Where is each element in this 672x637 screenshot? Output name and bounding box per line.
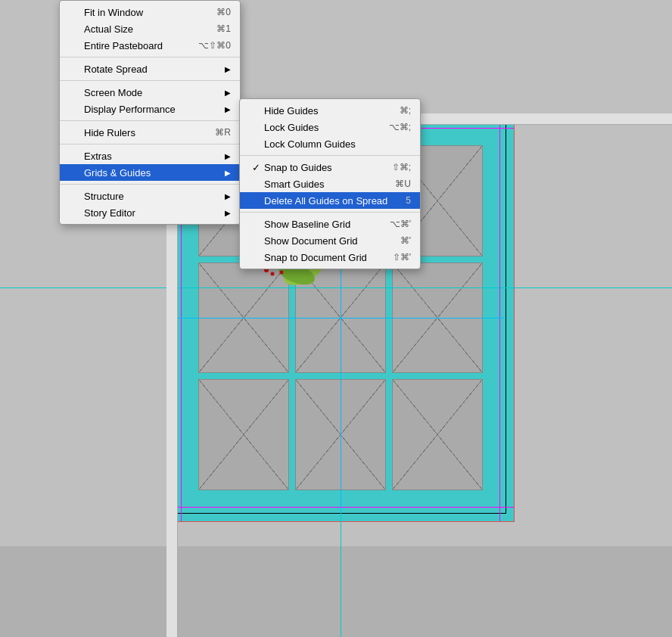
submenu-item-delete-all-guides[interactable]: Delete All Guides on Spread 5 (240, 192, 420, 209)
submenu-item-show-baseline-grid[interactable]: Show Baseline Grid ⌥⌘' (240, 216, 420, 232)
svg-point-13 (280, 271, 284, 275)
submenu-arrow-extras: ▶ (225, 152, 231, 160)
menu-item-hide-rulers[interactable]: Hide Rulers ⌘R (60, 124, 240, 141)
menu-item-display-performance[interactable]: Display Performance ▶ (60, 101, 240, 117)
submenu-separator-2 (240, 212, 420, 213)
grid-cell-7 (198, 379, 289, 490)
submenu-arrow-structure: ▶ (225, 192, 231, 200)
submenu-arrow-display-perf: ▶ (225, 105, 231, 113)
submenu-item-hide-guides[interactable]: Hide Guides ⌘; (240, 102, 420, 119)
submenu-arrow-grids: ▶ (225, 169, 231, 177)
menu-item-extras[interactable]: Extras ▶ (60, 148, 240, 164)
menu-item-fit-window[interactable]: Fit in Window ⌘0 (60, 4, 240, 20)
submenu-item-lock-column-guides[interactable]: Lock Column Guides (240, 135, 420, 152)
submenu-arrow-screen-mode: ▶ (225, 89, 231, 97)
menu-item-grids-guides[interactable]: Grids & Guides ▶ (60, 164, 240, 181)
submenu-item-snap-to-document-grid[interactable]: Snap to Document Grid ⇧⌘' (240, 249, 420, 266)
menu-item-story-editor[interactable]: Story Editor ▶ (60, 204, 240, 221)
main-menu-panel: Fit in Window ⌘0 Actual Size ⌘1 Entire P… (59, 0, 241, 225)
separator-1 (60, 57, 240, 57)
svg-point-11 (271, 272, 275, 276)
separator-3 (60, 120, 240, 121)
bottom-panel (0, 546, 672, 637)
separator-2 (60, 80, 240, 81)
submenu-separator-1 (240, 155, 420, 156)
menu-item-actual-size[interactable]: Actual Size ⌘1 (60, 20, 240, 37)
submenu-item-snap-to-guides[interactable]: ✓ Snap to Guides ⇧⌘; (240, 159, 420, 176)
grid-cell-9 (392, 379, 483, 490)
menu-item-screen-mode[interactable]: Screen Mode ▶ (60, 84, 240, 101)
submenu-item-lock-guides[interactable]: Lock Guides ⌥⌘; (240, 119, 420, 135)
view-menu: Fit in Window ⌘0 Actual Size ⌘1 Entire P… (59, 0, 241, 225)
submenu-item-show-document-grid[interactable]: Show Document Grid ⌘' (240, 232, 420, 249)
menu-item-structure[interactable]: Structure ▶ (60, 188, 240, 204)
submenu-arrow-rotate: ▶ (225, 65, 231, 73)
submenu-arrow-story-editor: ▶ (225, 209, 231, 217)
submenu-item-smart-guides[interactable]: Smart Guides ⌘U (240, 176, 420, 192)
grids-guides-submenu: Hide Guides ⌘; Lock Guides ⌥⌘; Lock Colu… (239, 98, 421, 269)
menu-item-rotate-spread[interactable]: Rotate Spread ▶ (60, 61, 240, 77)
separator-5 (60, 184, 240, 185)
separator-4 (60, 144, 240, 144)
spread-hguide (176, 318, 506, 318)
menu-item-entire-pasteboard[interactable]: Entire Pasteboard ⌥⇧⌘0 (60, 37, 240, 54)
